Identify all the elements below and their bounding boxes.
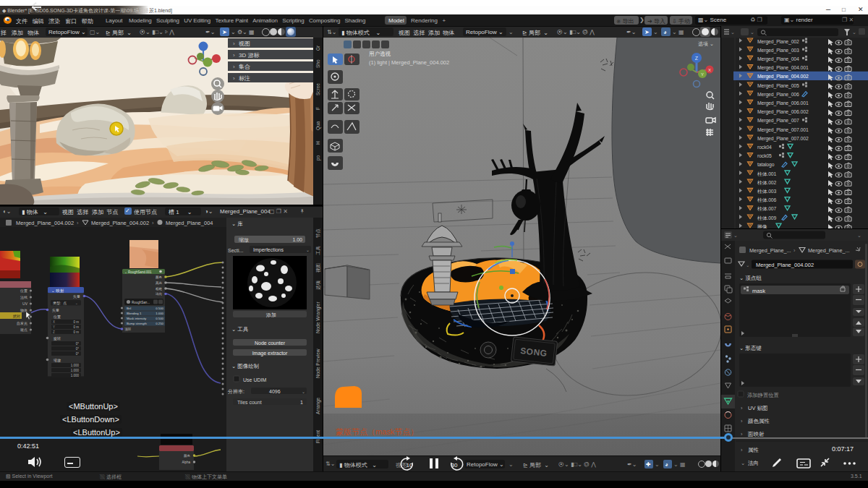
svg-text:Bril: Bril: [127, 307, 131, 310]
svg-text:Sho: Sho: [315, 59, 320, 68]
svg-text:⌄ 库: ⌄ 库: [231, 221, 243, 227]
svg-text:柱体.009: 柱体.009: [757, 215, 777, 221]
svg-text:Merged_Plane_003: Merged_Plane_003: [757, 48, 799, 53]
svg-text:Merged_Plane_004.002: Merged_Plane_004.002: [91, 220, 149, 226]
svg-text:Scree: Scree: [315, 83, 320, 95]
svg-text:粗糙: 粗糙: [156, 287, 163, 291]
svg-text:⌄ 形态键: ⌄ 形态键: [739, 345, 762, 351]
svg-text:矢量: 矢量: [73, 294, 80, 299]
svg-text:›: ›: [741, 405, 743, 411]
svg-text:⌄: ⌄: [731, 30, 735, 35]
svg-text:缩放: 缩放: [239, 237, 249, 243]
svg-text:类型: 点: 类型: 点: [53, 301, 67, 306]
svg-text:柱体.003: 柱体.003: [757, 189, 777, 194]
svg-text:Merged_Plane_004: Merged_Plane_004: [166, 220, 213, 226]
svg-text:po: po: [315, 155, 321, 160]
svg-text:缩放: 缩放: [54, 358, 61, 363]
svg-text:›: ›: [741, 447, 743, 453]
svg-text:自发光: 自发光: [17, 321, 27, 326]
svg-text:矢量: 矢量: [52, 308, 59, 312]
svg-text:Imperfections: Imperfections: [253, 247, 284, 253]
svg-text:法向: 法向: [748, 460, 759, 466]
svg-text:1: 1: [300, 400, 303, 405]
svg-text:节点: 节点: [315, 228, 320, 239]
svg-text:10: 10: [407, 462, 413, 468]
svg-text:分辨率:: 分辨率:: [227, 389, 244, 394]
svg-text:›: ›: [233, 75, 235, 82]
svg-text:Merged_Plane_006.001: Merged_Plane_006.001: [757, 100, 809, 106]
svg-text:1.00: 1.00: [292, 237, 302, 242]
svg-text:⌄: ⌄: [852, 30, 856, 35]
svg-text:Z: Z: [53, 330, 55, 334]
svg-text:tatalogo: tatalogo: [757, 162, 775, 168]
svg-text:⌄: ⌄: [741, 460, 745, 466]
svg-text:⌄: ⌄: [302, 390, 305, 394]
svg-text:Merged_Plane_...: Merged_Plane_...: [749, 247, 791, 254]
svg-text:⌄: ⌄: [733, 233, 738, 238]
svg-text:工具: 工具: [315, 246, 320, 256]
svg-text:›: ›: [793, 247, 796, 254]
svg-text:0 m: 0 m: [73, 320, 79, 324]
svg-text:Tiles count: Tiles count: [237, 400, 262, 405]
svg-text:RoughSan...: RoughSan...: [132, 301, 150, 304]
svg-text:1.000: 1.000: [71, 369, 80, 372]
svg-text:Merged_Plane_007: Merged_Plane_007: [757, 118, 799, 124]
svg-text:属性: 属性: [748, 447, 760, 453]
svg-text:0.500: 0.500: [156, 317, 163, 320]
svg-text:4096: 4096: [269, 389, 281, 394]
svg-text:›: ›: [233, 64, 235, 70]
svg-text:Merged_Plane_004.002: Merged_Plane_004.002: [757, 74, 809, 80]
svg-text:选项: 选项: [315, 281, 321, 291]
svg-text:Node Preview: Node Preview: [315, 348, 320, 378]
svg-text:⌄ RoughSand.001: ⌄ RoughSand.001: [124, 270, 152, 274]
svg-text:›: ›: [741, 418, 743, 424]
svg-text:颜色: 颜色: [156, 275, 163, 279]
svg-text:1.000: 1.000: [71, 374, 80, 377]
svg-text:Y: Y: [701, 72, 704, 77]
svg-text:高光: 高光: [156, 281, 163, 285]
svg-text:Merged_Plane_006.002: Merged_Plane_006.002: [757, 109, 809, 115]
svg-text:⌄: ⌄: [750, 30, 754, 35]
svg-text:›: ›: [233, 52, 235, 59]
svg-text:旋转: 旋转: [53, 336, 61, 341]
svg-text:Merged_Plane_006: Merged_Plane_006: [757, 92, 799, 98]
svg-text:位置: 位置: [20, 288, 27, 293]
svg-text:柱体.002: 柱体.002: [757, 180, 777, 185]
svg-text:颜色: 颜色: [184, 454, 191, 458]
svg-text:UV: UV: [22, 301, 28, 306]
svg-text:⌄: ⌄: [75, 301, 78, 305]
svg-text:3D 游标: 3D 游标: [239, 52, 259, 59]
svg-text:mask: mask: [752, 288, 765, 294]
svg-text:集合: 集合: [239, 64, 250, 70]
svg-text:Merged_Plane_005: Merged_Plane_005: [757, 83, 799, 89]
svg-text:⌄: ⌄: [306, 248, 310, 252]
svg-text:添加静置位置: 添加静置位置: [747, 392, 779, 398]
svg-text:Node counter: Node counter: [255, 341, 286, 346]
svg-text:位置: 位置: [53, 314, 61, 319]
svg-text:Mask intensity: Mask intensity: [127, 317, 147, 320]
svg-text:视图: 视图: [315, 263, 321, 273]
svg-text:UV 贴图: UV 贴图: [748, 405, 768, 411]
svg-text:添加: 添加: [265, 312, 276, 318]
svg-text:标注: 标注: [239, 75, 250, 82]
svg-text:Use UDIM: Use UDIM: [243, 377, 266, 382]
svg-text:柱体.006: 柱体.006: [757, 197, 777, 202]
svg-text:1.000: 1.000: [156, 312, 163, 315]
svg-text:视图: 视图: [238, 40, 250, 47]
svg-text:Merged_Plane_004.002: Merged_Plane_004.002: [16, 220, 74, 226]
svg-text:Z: Z: [695, 56, 699, 61]
svg-text:⌄ 顶点组: ⌄ 顶点组: [739, 275, 762, 281]
svg-text:Merged_Plane_004.002: Merged_Plane_004.002: [756, 262, 814, 268]
svg-text:Merged_Plane_004.001: Merged_Plane_004.001: [757, 65, 809, 71]
svg-text:X: X: [708, 68, 711, 72]
svg-text:最点: 最点: [20, 328, 27, 332]
svg-text:Secti...: Secti...: [228, 248, 243, 253]
svg-text:Y: Y: [53, 325, 55, 329]
svg-text:Alpha: Alpha: [182, 461, 190, 464]
svg-text:Merged_Plane_002: Merged_Plane_002: [757, 39, 799, 45]
svg-text:Merged_Plane_007.001: Merged_Plane_007.001: [757, 127, 809, 133]
svg-text:Node Wrangler: Node Wrangler: [315, 301, 321, 333]
svg-text:Qua: Qua: [315, 121, 321, 130]
svg-text:0.250: 0.250: [156, 322, 163, 325]
svg-text:⌄: ⌄: [746, 262, 749, 267]
